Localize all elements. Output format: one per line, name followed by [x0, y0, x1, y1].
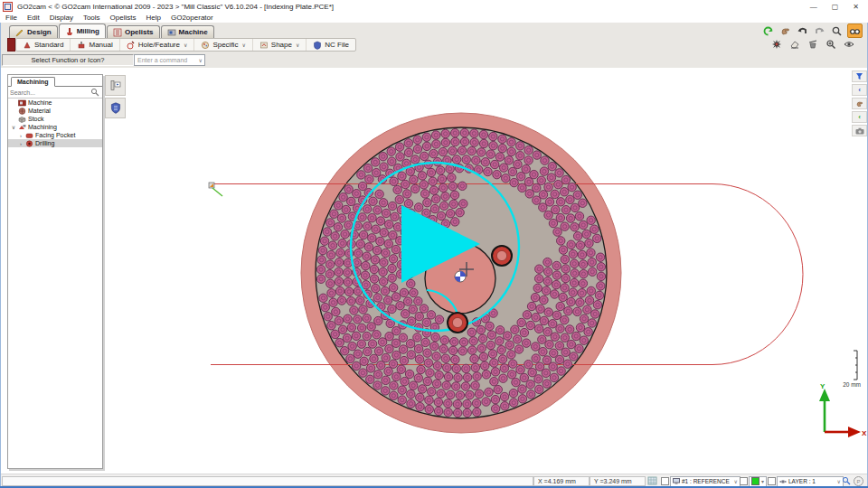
- simulation-shield-button[interactable]: [105, 98, 126, 118]
- color-checkbox[interactable]: [740, 477, 748, 485]
- search-input[interactable]: [8, 89, 90, 96]
- viewport-canvas[interactable]: 20 mmYX: [0, 68, 868, 474]
- stock-tree-icon: [18, 116, 26, 123]
- go2operator-glasses-icon[interactable]: [847, 23, 863, 38]
- tab-machine[interactable]: Machine: [161, 25, 214, 38]
- parameter-icon[interactable]: P: [854, 476, 863, 486]
- manual-cycle-icon: [77, 41, 86, 50]
- x-coordinate: X =4.169 mm: [533, 476, 590, 486]
- tree-item-machine[interactable]: Machine: [8, 99, 102, 107]
- color-swatch-dropdown[interactable]: ▾: [749, 476, 767, 487]
- tab-machining-panel[interactable]: Machining: [11, 77, 55, 87]
- layer-checkbox[interactable]: [768, 477, 776, 485]
- status-message-field: [2, 476, 533, 486]
- title-bar: GO2cam < © GO2cam International 2009 - 2…: [0, 0, 868, 14]
- window-title: GO2cam < © GO2cam International 2009 - 2…: [17, 3, 334, 11]
- tree-item-drilling[interactable]: › Drilling: [8, 139, 102, 147]
- scale-bar: 20 mm: [843, 351, 861, 388]
- undo-icon[interactable]: [796, 24, 809, 37]
- milling-toolbar: Standard Manual Hole/Feature∨ Specific∨ …: [15, 38, 356, 52]
- tab-milling[interactable]: Milling: [59, 23, 106, 38]
- menu-help[interactable]: Help: [146, 14, 161, 22]
- tree-item-stock[interactable]: Stock: [8, 115, 102, 123]
- zoom-sync-icon[interactable]: [842, 476, 851, 486]
- menu-file[interactable]: File: [5, 14, 17, 22]
- active-color-swatch: [751, 477, 760, 485]
- reference-checkbox[interactable]: [661, 477, 669, 485]
- search-icon: [90, 88, 99, 97]
- expander-icon[interactable]: ∨: [11, 124, 16, 130]
- menu-display[interactable]: Display: [50, 14, 73, 22]
- redo-icon[interactable]: [813, 24, 826, 37]
- specific-button[interactable]: Specific∨: [194, 39, 252, 51]
- visibility-icon[interactable]: [842, 38, 855, 51]
- zoom-icon[interactable]: [830, 24, 844, 37]
- chevron-down-icon: ∨: [184, 42, 187, 48]
- filter-icon[interactable]: [852, 70, 867, 82]
- prompt-bar: Select Function or Icon? Enter a command…: [0, 52, 868, 69]
- manual-button[interactable]: Manual: [71, 39, 119, 51]
- maximize-button[interactable]: ▢: [832, 3, 839, 11]
- shape-button[interactable]: Shape∨: [253, 39, 307, 51]
- chevron-down-icon: ∨: [241, 42, 245, 48]
- tree-item-material[interactable]: Material: [8, 107, 102, 115]
- view-tools-row: [761, 23, 863, 38]
- standard-button[interactable]: Standard: [16, 39, 71, 51]
- status-bar: X =4.169 mm Y =3.249 mm #1 : REFERENCE∨ …: [0, 474, 868, 487]
- minimize-button[interactable]: —: [810, 3, 817, 11]
- eraser-icon[interactable]: [788, 38, 801, 51]
- expander-icon[interactable]: ›: [18, 133, 24, 138]
- operation-list-button[interactable]: [105, 75, 126, 96]
- drilling-tree-icon: [25, 140, 33, 147]
- nc-file-button[interactable]: NC File: [307, 39, 355, 51]
- tree-item-machining[interactable]: ∨ Machining: [8, 123, 102, 131]
- zoom-window-icon[interactable]: [824, 38, 837, 51]
- standard-cycle-icon: [23, 41, 32, 50]
- operation-tree: Machine Material Stock ∨ Machining › Fac…: [8, 99, 102, 147]
- prompt-message: Select Function or Icon?: [2, 54, 134, 66]
- drawing-area[interactable]: 20 mmYX: [0, 68, 868, 474]
- eye-icon: [779, 479, 787, 484]
- menu-go2operator[interactable]: GO2operator: [171, 14, 213, 22]
- clean-brush-icon[interactable]: [806, 38, 819, 51]
- menu-tools[interactable]: Tools: [83, 14, 100, 22]
- layer-dropdown[interactable]: LAYER : 1∨: [777, 476, 844, 487]
- hole-feature-icon: [127, 41, 136, 50]
- refresh-icon[interactable]: [761, 24, 775, 37]
- edge-toolbar: ‹ ‹: [852, 70, 867, 136]
- previous-blue-icon[interactable]: ‹: [852, 84, 867, 96]
- grab-hand-icon[interactable]: [778, 24, 792, 37]
- command-placeholder: Enter a command: [137, 57, 187, 63]
- command-combobox[interactable]: Enter a command ∨: [134, 54, 205, 66]
- monitor-icon: [673, 478, 680, 484]
- pencil-icon: [15, 28, 24, 37]
- tree-item-facing-pocket[interactable]: › Facing Pocket: [8, 131, 102, 139]
- reference-dropdown[interactable]: #1 : REFERENCE∨: [670, 476, 741, 487]
- facing-pocket-tree-icon: [25, 132, 33, 139]
- ribbon: Design Milling Opelists Machine Standard…: [0, 23, 868, 53]
- expander-icon[interactable]: ›: [18, 141, 24, 146]
- explode-icon[interactable]: [769, 38, 783, 51]
- camera-icon[interactable]: [852, 125, 867, 136]
- origin-marker: [455, 271, 466, 282]
- snap-grid-icon[interactable]: [647, 476, 657, 486]
- machine-tree-icon: [18, 99, 26, 107]
- axis-triad: YX: [819, 382, 867, 437]
- ribbon-tab-strip: Design Milling Opelists Machine: [9, 24, 214, 38]
- shape-icon: [259, 41, 269, 50]
- previous-green-icon[interactable]: ‹: [852, 111, 867, 123]
- material-tree-icon: [18, 108, 26, 115]
- machining-tree-icon: [18, 124, 26, 131]
- menu-edit[interactable]: Edit: [27, 14, 40, 22]
- menu-opelists[interactable]: Opelists: [110, 14, 137, 22]
- close-button[interactable]: ✕: [853, 3, 859, 11]
- operation-list-icon: [109, 80, 121, 91]
- tab-opelists[interactable]: Opelists: [107, 25, 160, 38]
- chevron-down-icon: ∨: [199, 57, 203, 63]
- menu-bar: File Edit Display Tools Opelists Help GO…: [0, 13, 868, 23]
- hole-feature-button[interactable]: Hole/Feature∨: [120, 39, 195, 51]
- pick-hand-icon[interactable]: [852, 98, 867, 109]
- scale-label: 20 mm: [843, 381, 861, 388]
- tab-design[interactable]: Design: [9, 25, 58, 38]
- shield-icon: [110, 102, 121, 114]
